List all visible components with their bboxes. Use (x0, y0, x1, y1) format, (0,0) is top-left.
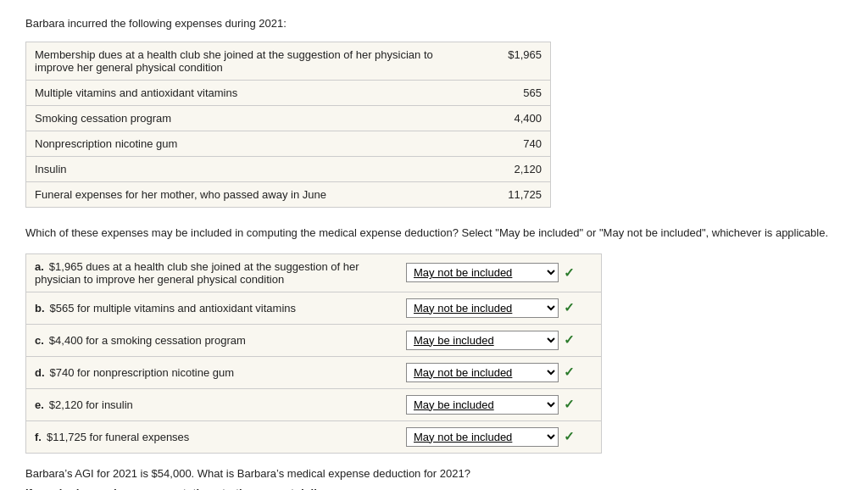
expense-description: Multiple vitamins and antioxidant vitami… (26, 81, 483, 106)
expense-row: Funeral expenses for her mother, who pas… (26, 182, 551, 208)
expense-amount: 2,120 (483, 157, 551, 182)
answer-select-part: May be includedMay not be included✓ (406, 427, 593, 447)
expense-description: Nonprescription nicotine gum (26, 131, 483, 157)
answer-label: a.$1,965 dues at a health club she joine… (35, 260, 406, 286)
answer-select-4[interactable]: May be includedMay not be included (406, 395, 559, 415)
question-text: Which of these expenses may be included … (25, 225, 843, 242)
expense-row: Nonprescription nicotine gum740 (26, 131, 551, 157)
answer-letter: d. (35, 366, 45, 379)
expense-description: Membership dues at a health club she joi… (26, 42, 483, 81)
answer-row: c.$4,400 for a smoking cessation program… (26, 325, 601, 357)
expense-description: Funeral expenses for her mother, who pas… (26, 182, 483, 208)
intro-text: Barbara incurred the following expenses … (25, 17, 843, 30)
answer-label: d.$740 for nonprescription nicotine gum (35, 366, 406, 379)
answer-letter: f. (35, 431, 42, 443)
answer-row: b.$565 for multiple vitamins and antioxi… (26, 292, 601, 325)
correct-icon: ✓ (564, 332, 575, 348)
expense-description: Insulin (26, 157, 483, 182)
correct-icon: ✓ (564, 397, 575, 412)
correct-icon: ✓ (564, 365, 575, 380)
expense-amount: 4,400 (483, 106, 551, 131)
answer-select-2[interactable]: May be includedMay not be included (406, 331, 559, 350)
answer-letter: e. (35, 398, 44, 411)
answer-row: d.$740 for nonprescription nicotine gumM… (26, 357, 601, 389)
answer-select-part: May be includedMay not be included✓ (406, 363, 593, 382)
answer-select-part: May be includedMay not be included✓ (406, 331, 593, 350)
answer-label: b.$565 for multiple vitamins and antioxi… (35, 302, 406, 315)
expense-row: Multiple vitamins and antioxidant vitami… (26, 81, 551, 106)
agi-text: Barbara’s AGI for 2021 is $54,000. What … (25, 467, 843, 480)
answer-letter: c. (35, 334, 44, 347)
expense-row: Smoking cessation program4,400 (26, 106, 551, 131)
answer-row: e.$2,120 for insulinMay be includedMay n… (26, 389, 601, 421)
answer-label: e.$2,120 for insulin (35, 398, 406, 411)
answer-select-part: May be includedMay not be included✓ (406, 263, 593, 282)
expense-row: Membership dues at a health club she joi… (26, 42, 551, 81)
answer-letter: a. (35, 260, 44, 273)
answer-row: f.$11,725 for funeral expensesMay be inc… (26, 421, 601, 453)
answer-label: f.$11,725 for funeral expenses (35, 431, 406, 443)
answer-label: c.$4,400 for a smoking cessation program (35, 334, 406, 347)
required-text: If required, round your computations to … (25, 487, 843, 491)
correct-icon: ✓ (564, 300, 575, 315)
expense-amount: $1,965 (483, 42, 551, 81)
answer-select-1[interactable]: May be includedMay not be included (406, 298, 559, 318)
answer-select-5[interactable]: May be includedMay not be included (406, 427, 559, 447)
expense-amount: 11,725 (483, 182, 551, 208)
expense-amount: 565 (483, 81, 551, 106)
answer-row: a.$1,965 dues at a health club she joine… (26, 254, 601, 292)
answer-select-3[interactable]: May be includedMay not be included (406, 363, 559, 382)
expense-row: Insulin2,120 (26, 157, 551, 182)
answer-table: a.$1,965 dues at a health club she joine… (25, 253, 602, 454)
expense-table: Membership dues at a health club she joi… (25, 42, 551, 208)
answer-select-part: May be includedMay not be included✓ (406, 395, 593, 415)
correct-icon: ✓ (564, 429, 575, 444)
expense-description: Smoking cessation program (26, 106, 483, 131)
answer-select-part: May be includedMay not be included✓ (406, 298, 593, 318)
answer-select-0[interactable]: May be includedMay not be included (406, 263, 559, 282)
expense-amount: 740 (483, 131, 551, 157)
answer-letter: b. (35, 302, 45, 315)
correct-icon: ✓ (564, 265, 575, 281)
